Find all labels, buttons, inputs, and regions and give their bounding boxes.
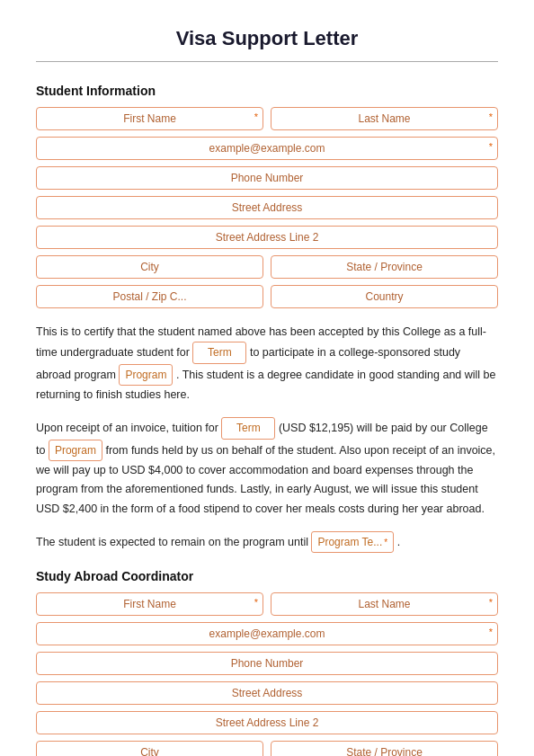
- inline-program-term-end[interactable]: Program Te...: [311, 531, 394, 553]
- student-email-field[interactable]: example@example.com: [36, 137, 498, 160]
- student-street2-row: Street Address Line 2: [36, 226, 498, 249]
- coordinator-street-row: Street Address: [36, 681, 498, 705]
- coordinator-first-name-field[interactable]: First Name: [36, 592, 263, 616]
- student-postal-field[interactable]: Postal / Zip C...: [36, 285, 263, 308]
- coordinator-street2-row: Street Address Line 2: [36, 711, 498, 734]
- coordinator-city-field[interactable]: City: [36, 741, 263, 756]
- inline-term-1[interactable]: Term: [192, 342, 246, 363]
- student-street-field[interactable]: Street Address: [36, 196, 498, 219]
- student-street-row: Street Address: [36, 196, 498, 219]
- coordinator-email-row: example@example.com: [36, 622, 498, 645]
- coordinator-street-field[interactable]: Street Address: [36, 681, 498, 705]
- student-postal-country-row: Postal / Zip C... Country: [36, 285, 498, 308]
- student-city-state-row: City State / Province: [36, 255, 498, 279]
- coordinator-section-title: Study Abroad Coordinator: [36, 569, 498, 583]
- student-phone-row: Phone Number: [36, 166, 498, 190]
- inline-program-1[interactable]: Program: [119, 364, 173, 386]
- coordinator-street2-field[interactable]: Street Address Line 2: [36, 711, 498, 734]
- paragraph-1: This is to certify that the student name…: [36, 323, 498, 405]
- inline-term-2[interactable]: Term: [221, 417, 275, 439]
- title-divider: [36, 61, 498, 62]
- coordinator-city-state-row: City State / Province: [36, 741, 498, 756]
- paragraph-3: The student is expected to remain on the…: [36, 531, 498, 553]
- student-first-name-field[interactable]: First Name: [36, 107, 263, 130]
- coordinator-email-field[interactable]: example@example.com: [36, 622, 498, 645]
- student-section-title: Student Information: [36, 84, 498, 98]
- coordinator-last-name-field[interactable]: Last Name: [271, 592, 498, 616]
- student-city-field[interactable]: City: [36, 255, 263, 279]
- student-email-row: example@example.com: [36, 137, 498, 160]
- coordinator-name-row: First Name Last Name: [36, 592, 498, 616]
- paragraph-2: Upon receipt of an invoice, tuition for …: [36, 417, 498, 519]
- coordinator-state-field[interactable]: State / Province: [271, 741, 498, 756]
- student-name-row: First Name Last Name: [36, 107, 498, 130]
- student-state-field[interactable]: State / Province: [271, 255, 498, 279]
- student-street2-field[interactable]: Street Address Line 2: [36, 226, 498, 249]
- coordinator-phone-row: Phone Number: [36, 652, 498, 675]
- student-last-name-field[interactable]: Last Name: [271, 107, 498, 130]
- student-phone-field[interactable]: Phone Number: [36, 166, 498, 190]
- page-title: Visa Support Letter: [36, 27, 498, 50]
- coordinator-phone-field[interactable]: Phone Number: [36, 652, 498, 675]
- inline-program-2[interactable]: Program: [49, 440, 102, 461]
- student-country-field[interactable]: Country: [271, 285, 498, 308]
